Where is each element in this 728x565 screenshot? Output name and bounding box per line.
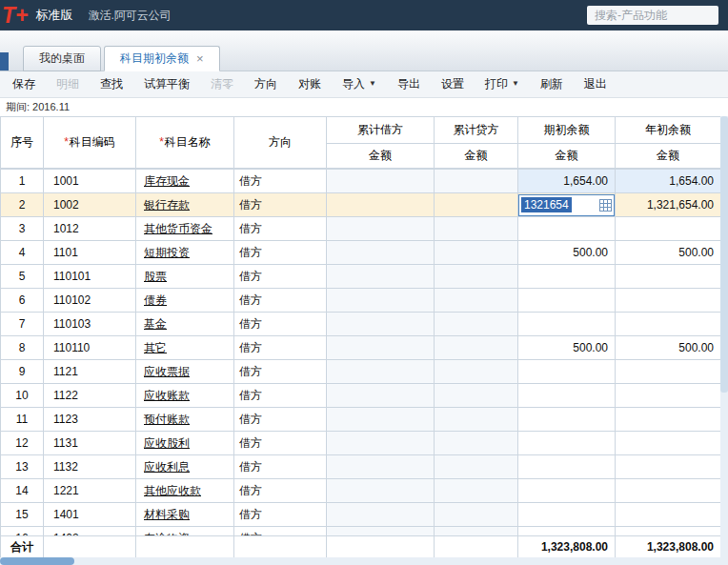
toolbar-button-trial-balance[interactable]: 试算平衡 <box>133 71 200 97</box>
account-name-link[interactable]: 其它 <box>144 341 167 354</box>
cell-year-begin[interactable] <box>616 289 721 313</box>
cell-name[interactable]: 在途物资 <box>136 527 234 536</box>
cell-cum-debit[interactable] <box>327 527 435 536</box>
account-name-link[interactable]: 应收票据 <box>144 365 190 378</box>
cell-code[interactable]: 1132 <box>44 455 136 479</box>
cell-direction[interactable]: 借方 <box>234 408 327 432</box>
cell-code[interactable]: 110103 <box>44 313 136 336</box>
cell-code[interactable]: 1131 <box>44 432 136 455</box>
tab-opening-balance[interactable]: 科目期初余额× <box>104 46 220 71</box>
account-name-link[interactable]: 应收账款 <box>144 389 190 402</box>
cell-cum-debit[interactable] <box>327 313 435 336</box>
cell-opening[interactable] <box>518 360 616 384</box>
cell-year-begin[interactable] <box>616 455 721 479</box>
cell-code[interactable]: 1101 <box>44 241 136 265</box>
cell-cum-credit[interactable] <box>435 193 518 217</box>
cell-opening[interactable] <box>518 479 616 503</box>
cell-direction[interactable]: 借方 <box>234 455 327 479</box>
horizontal-scrollbar[interactable] <box>0 557 728 565</box>
account-name-link[interactable]: 在途物资 <box>144 532 190 536</box>
cell-code[interactable]: 1122 <box>44 384 136 408</box>
cell-year-begin[interactable] <box>616 408 721 432</box>
table-row[interactable]: 6110102债券借方 <box>1 289 721 313</box>
cell-cum-debit[interactable] <box>327 336 435 360</box>
toolbar-button-save[interactable]: 保存 <box>2 71 46 97</box>
cell-cum-credit[interactable] <box>435 408 518 432</box>
cell-cum-credit[interactable] <box>435 217 518 241</box>
cell-name[interactable]: 其他应收款 <box>136 479 234 503</box>
cell-cum-credit[interactable] <box>435 455 518 479</box>
cell-code[interactable]: 1121 <box>44 360 136 384</box>
cell-name[interactable]: 库存现金 <box>136 170 234 193</box>
cell-opening[interactable] <box>518 527 616 536</box>
cell-direction[interactable]: 借方 <box>234 193 327 217</box>
cell-cum-credit[interactable] <box>435 313 518 336</box>
cell-cum-debit[interactable] <box>327 479 435 503</box>
account-name-link[interactable]: 其他应收款 <box>144 484 201 497</box>
toolbar-button-import[interactable]: 导入▼ <box>332 71 387 97</box>
table-row[interactable]: 8110110其它借方500.00500.00 <box>1 336 721 360</box>
cell-cum-debit[interactable] <box>327 241 435 265</box>
table-row[interactable]: 101122应收账款借方 <box>1 384 721 408</box>
account-name-link[interactable]: 库存现金 <box>144 174 190 188</box>
cell-cum-credit[interactable] <box>435 336 518 360</box>
toolbar-button-exit[interactable]: 退出 <box>574 71 617 97</box>
account-name-link[interactable]: 短期投资 <box>144 246 190 259</box>
cell-name[interactable]: 基金 <box>136 313 234 336</box>
account-name-link[interactable]: 银行存款 <box>144 198 190 212</box>
table-row[interactable]: 151401材料采购借方 <box>1 503 721 527</box>
cell-name[interactable]: 应收票据 <box>136 360 234 384</box>
cell-cum-credit[interactable] <box>435 360 518 384</box>
table-row[interactable]: 31012其他货币资金借方 <box>1 217 721 241</box>
table-row[interactable]: 41101短期投资借方500.00500.00 <box>1 241 721 265</box>
account-name-link[interactable]: 其他货币资金 <box>144 222 212 235</box>
cell-direction[interactable]: 借方 <box>234 217 327 241</box>
cell-year-begin[interactable] <box>616 527 721 536</box>
table-row[interactable]: 11001库存现金借方1,654.001,654.00 <box>1 170 721 193</box>
cell-name[interactable]: 应收股利 <box>136 432 234 455</box>
cell-cum-debit[interactable] <box>327 384 435 408</box>
cell-cum-debit[interactable] <box>327 408 435 432</box>
cell-code[interactable]: 1001 <box>44 170 136 193</box>
cell-year-begin[interactable] <box>616 432 721 455</box>
cell-year-begin[interactable] <box>616 503 721 527</box>
cell-direction[interactable]: 借方 <box>234 527 327 536</box>
cell-cum-credit[interactable] <box>435 479 518 503</box>
cell-direction[interactable]: 借方 <box>234 432 327 455</box>
cell-cum-credit[interactable] <box>435 432 518 455</box>
cell-cum-credit[interactable] <box>435 527 518 536</box>
account-name-link[interactable]: 债券 <box>144 293 167 307</box>
cell-cum-debit[interactable] <box>327 289 435 313</box>
search-input[interactable] <box>587 6 718 25</box>
cell-direction[interactable]: 借方 <box>234 313 327 336</box>
cell-year-begin[interactable]: 1,654.00 <box>616 170 721 193</box>
table-row[interactable]: 7110103基金借方 <box>1 313 721 336</box>
cell-code[interactable]: 1221 <box>44 479 136 503</box>
cell-opening[interactable]: 500.00 <box>518 241 616 265</box>
table-row[interactable]: 111123预付账款借方 <box>1 408 721 432</box>
cell-opening[interactable] <box>518 384 616 408</box>
cell-year-begin[interactable]: 500.00 <box>616 241 721 265</box>
tab-my-desktop[interactable]: 我的桌面 <box>23 46 101 71</box>
table-row[interactable]: 5110101股票借方 <box>1 265 721 289</box>
cell-cum-credit[interactable] <box>435 265 518 289</box>
cell-cum-credit[interactable] <box>435 384 518 408</box>
cell-cum-credit[interactable] <box>435 241 518 265</box>
cell-opening[interactable] <box>518 265 616 289</box>
vertical-scrollbar[interactable] <box>720 116 728 557</box>
account-name-link[interactable]: 应收股利 <box>144 436 190 450</box>
cell-year-begin[interactable] <box>616 384 721 408</box>
toolbar-button-print[interactable]: 打印▼ <box>475 71 530 97</box>
cell-direction[interactable]: 借方 <box>234 336 327 360</box>
cell-name[interactable]: 银行存款 <box>136 193 234 217</box>
cell-name[interactable]: 短期投资 <box>136 241 234 265</box>
vertical-scrollbar-thumb[interactable] <box>720 116 728 393</box>
cell-opening[interactable] <box>518 455 616 479</box>
cell-code[interactable]: 110110 <box>44 336 136 360</box>
cell-name[interactable]: 预付账款 <box>136 408 234 432</box>
account-name-link[interactable]: 预付账款 <box>144 413 190 426</box>
cell-cum-debit[interactable] <box>327 503 435 527</box>
cell-cum-debit[interactable] <box>327 265 435 289</box>
cell-name[interactable]: 材料采购 <box>136 503 234 527</box>
cell-name[interactable]: 其他货币资金 <box>136 217 234 241</box>
